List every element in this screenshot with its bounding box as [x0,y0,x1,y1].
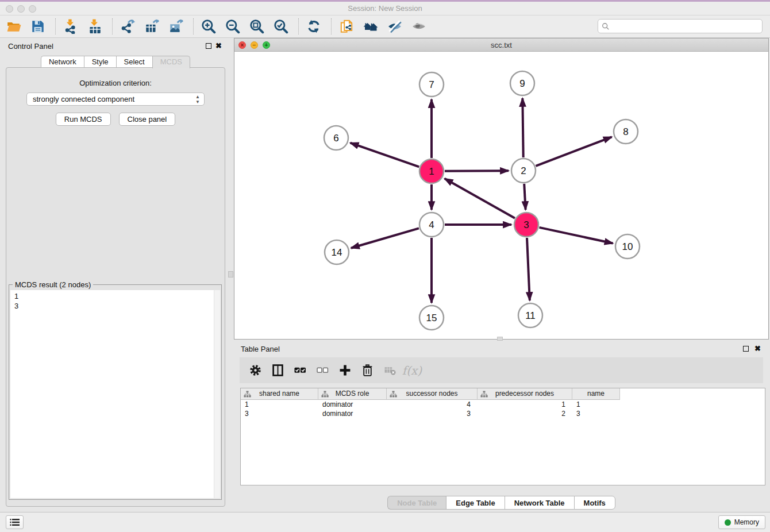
table-cell[interactable]: 3 [387,409,478,418]
control-tab-select[interactable]: Select [116,56,152,68]
graph-node-2[interactable]: 2 [511,159,536,183]
window-title: Session: New Session [0,4,770,13]
graph-edge-1-2[interactable] [445,171,509,171]
table-cell[interactable]: 4 [387,400,478,409]
graph-node-14[interactable]: 14 [325,240,349,264]
graph-edge-2-8[interactable] [536,137,611,166]
control-tab-style[interactable]: Style [84,56,116,68]
hide-panel-eye-button[interactable] [387,18,403,34]
table-cell[interactable]: dominator [318,409,387,418]
export-network-button[interactable] [120,18,136,34]
table-cell[interactable]: 1 [241,400,318,409]
graph-node-3[interactable]: 3 [514,213,538,237]
graph-edge-3-10[interactable] [539,228,613,244]
copy-network-view-button[interactable] [338,18,355,34]
graph-node-15[interactable]: 15 [419,306,444,330]
table-cell[interactable]: 3 [572,409,620,418]
graph-node-7[interactable]: 7 [419,72,444,97]
close-table-panel-icon[interactable]: ✖ [754,344,761,353]
svg-text:10: 10 [622,241,633,252]
tab-motifs[interactable]: Motifs [574,496,615,510]
import-network-button[interactable] [63,18,79,34]
column-sort-icon [321,391,329,398]
criterion-dropdown[interactable]: strongly connected component ▲▼ [26,92,205,106]
graph-edge-3-11[interactable] [527,238,530,300]
import-table-button[interactable] [87,18,103,34]
svg-text:7: 7 [429,79,434,90]
add-column-button[interactable] [338,364,351,377]
network-view-window: × − + scc.txt 7968124314101511 [234,38,769,340]
graph-node-11[interactable]: 11 [518,303,542,327]
zoom-in-button[interactable] [201,18,217,34]
graph-node-8[interactable]: 8 [614,119,638,144]
graph-node-10[interactable]: 10 [615,234,640,259]
delete-table-button[interactable] [383,364,396,377]
control-tab-network[interactable]: Network [41,56,84,68]
home-view-button[interactable] [363,18,379,34]
graph-node-4[interactable]: 4 [419,213,444,237]
memory-status-dot [725,519,731,526]
open-folder-icon [6,19,21,34]
export-table-button[interactable] [144,18,160,34]
search-box [598,19,763,33]
toolbar-separator [112,18,113,34]
tab-network-table[interactable]: Network Table [505,496,574,510]
column-header-successor-nodes[interactable]: successor nodes [387,388,478,400]
column-header-name[interactable]: name [572,388,620,400]
table-cell[interactable]: 2 [478,409,572,418]
column-header-MCDS-role[interactable]: MCDS role [318,388,387,400]
table-cell[interactable]: 1 [478,400,572,409]
zoom-out-button[interactable] [225,18,241,34]
close-panel-button[interactable]: Close panel [119,113,176,126]
vertical-splitter-handle[interactable] [228,271,233,277]
column-header-shared-name[interactable]: shared name [241,388,318,400]
network-canvas[interactable]: 7968124314101511 [234,52,768,339]
column-header-predecessor-nodes[interactable]: predecessor nodes [478,388,572,400]
graph-edge-1-6[interactable] [351,143,419,167]
float-panel-icon[interactable] [206,43,211,49]
zoom-fit-button[interactable] [249,18,265,34]
result-scrollbar[interactable] [214,290,220,498]
tab-edge-table[interactable]: Edge Table [446,496,504,510]
node-table: shared name MCDS role successor nodes [240,388,765,485]
column-layout-button[interactable] [271,364,284,377]
task-history-button[interactable] [6,515,24,529]
graph-edge-2-3[interactable] [524,184,525,210]
table-cell[interactable]: 3 [241,409,318,418]
float-table-panel-icon[interactable] [743,346,749,352]
tab-node-table[interactable]: Node Table [387,496,446,510]
table-row[interactable]: 3dominator323 [241,409,765,418]
memory-button[interactable]: Memory [718,515,765,529]
export-image-button[interactable] [168,18,184,34]
save-session-button[interactable] [30,18,46,34]
search-input[interactable] [612,22,762,30]
open-folder-button[interactable] [6,18,22,34]
graph-edge-2-9[interactable] [522,98,523,157]
graph-node-1[interactable]: 1 [419,159,444,183]
control-tab-mcds[interactable]: MCDS [152,56,190,68]
show-panel-eye-button[interactable] [411,18,427,34]
refresh-view-button[interactable] [306,18,322,34]
gear-button[interactable] [249,364,261,377]
select-all-columns-button[interactable] [294,364,306,377]
main-toolbar [0,16,770,38]
function-builder-button[interactable]: f(x) [406,364,418,377]
run-mcds-button[interactable]: Run MCDS [56,113,111,126]
graph-edge-4-14[interactable] [351,228,419,248]
table-cell[interactable]: 1 [572,400,620,409]
close-panel-icon[interactable]: ✖ [215,41,222,50]
zoom-selected-button[interactable] [273,18,289,34]
horizontal-splitter-handle[interactable] [497,337,503,341]
table-row[interactable]: 1dominator411 [241,400,765,409]
graph-node-6[interactable]: 6 [324,126,348,150]
unselect-all-columns-button[interactable] [316,364,329,377]
export-network-icon [120,19,135,34]
graph-edge-3-1[interactable] [445,179,515,218]
table-tabs: Node TableEdge TableNetwork TableMotifs [234,496,769,510]
mcds-result-textarea[interactable]: 13 [10,290,220,498]
table-cell[interactable]: dominator [318,400,387,409]
network-graph[interactable]: 7968124314101511 [234,52,768,339]
delete-columns-button[interactable] [361,364,374,377]
graph-node-9[interactable]: 9 [510,71,534,95]
network-window-titlebar[interactable]: × − + scc.txt [234,38,768,52]
